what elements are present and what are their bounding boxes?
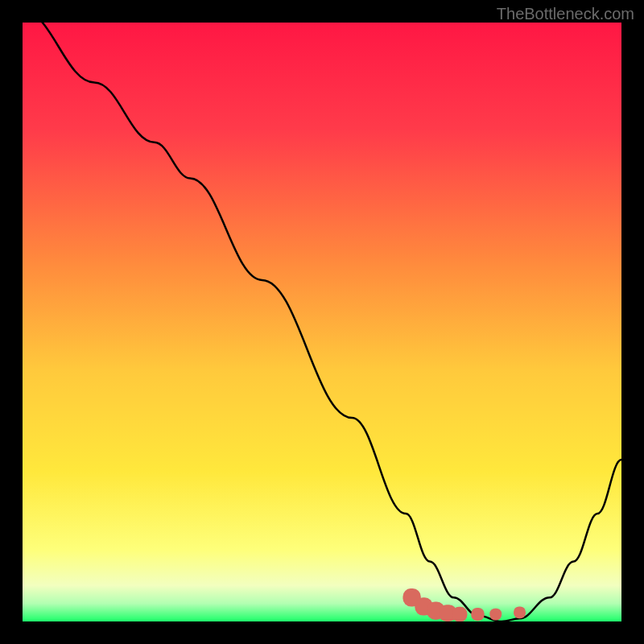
marker-point	[514, 606, 526, 618]
marker-point	[489, 609, 502, 621]
marker-point	[452, 607, 468, 621]
highlight-markers	[402, 588, 526, 621]
chart-container	[23, 23, 621, 621]
marker-point	[471, 608, 484, 621]
watermark-text: TheBottleneck.com	[497, 5, 634, 23]
markers-layer	[23, 23, 621, 621]
